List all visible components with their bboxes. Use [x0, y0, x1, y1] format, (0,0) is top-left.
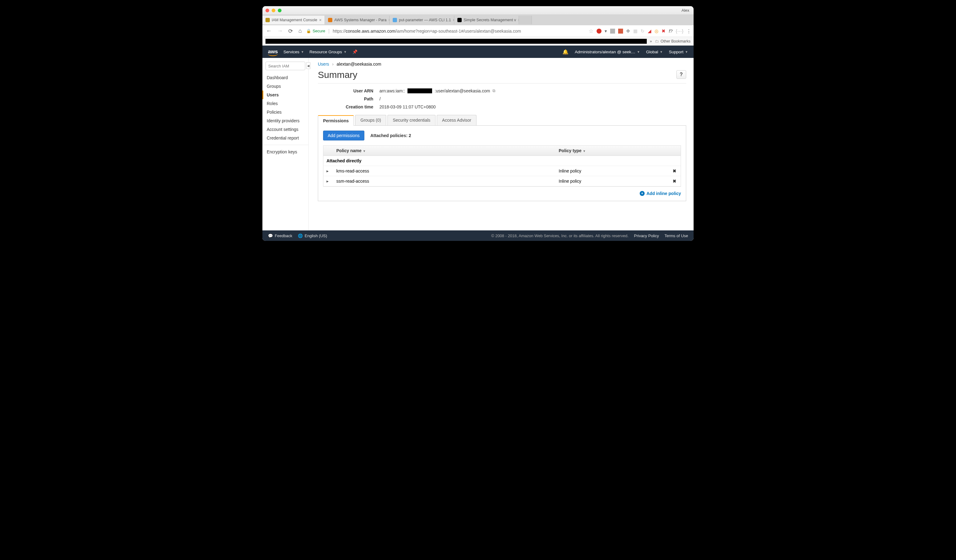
tab-favicon-icon: [458, 18, 462, 22]
ext-icon[interactable]: ✖: [662, 28, 665, 34]
tab-access-advisor[interactable]: Access Advisor: [437, 115, 476, 125]
bookmark-star-icon[interactable]: ☆: [588, 28, 593, 35]
bell-icon[interactable]: 🔔: [562, 49, 569, 55]
sidebar-item-groups[interactable]: Groups: [263, 82, 308, 91]
policy-name[interactable]: kms-read-access: [333, 166, 556, 176]
identity-menu[interactable]: Administrators/alextan @ seek…▼: [575, 50, 640, 54]
browser-menu-icon[interactable]: ⋮: [687, 28, 691, 34]
policies-table: Policy name▼ Policy type▼ Attached direc…: [323, 145, 681, 187]
aws-top-nav: aws Services▼ Resource Groups▼ 📌 🔔 Admin…: [263, 46, 693, 58]
services-menu[interactable]: Services▼: [283, 50, 304, 54]
attached-policies-count: Attached policies: 2: [371, 133, 411, 138]
ext-icon[interactable]: [597, 29, 602, 33]
expand-row-icon[interactable]: ▸: [323, 176, 333, 186]
ext-icon[interactable]: [610, 29, 615, 33]
meta-created-label: Creation time: [318, 104, 379, 109]
tab-permissions[interactable]: Permissions: [318, 115, 354, 126]
ext-icon[interactable]: ▾: [605, 28, 607, 34]
aws-logo[interactable]: aws: [268, 49, 278, 55]
browser-tab[interactable]: IAM Management Console ×: [263, 16, 325, 24]
meta-path-label: Path: [318, 96, 379, 101]
ext-icon[interactable]: ◢: [648, 28, 651, 34]
language-selector[interactable]: 🌐 English (US): [298, 233, 327, 238]
breadcrumb-root[interactable]: Users: [318, 61, 329, 66]
bookmark-overflow-icon[interactable]: »: [650, 39, 652, 43]
copy-icon[interactable]: ⧉: [492, 88, 495, 93]
policy-type: Inline policy: [556, 166, 670, 176]
tab-favicon-icon: [393, 18, 397, 22]
forward-icon[interactable]: →: [276, 27, 284, 35]
sidebar-item-roles[interactable]: Roles: [263, 99, 308, 108]
remove-policy-icon[interactable]: ✖: [670, 176, 681, 186]
meta-path-value: /: [379, 96, 686, 101]
url-text[interactable]: https://console.aws.amazon.com/iam/home?…: [333, 29, 585, 33]
sidebar-item-credential-report[interactable]: Credential report: [263, 134, 308, 142]
back-icon[interactable]: ←: [265, 27, 273, 35]
help-button[interactable]: ?: [676, 70, 686, 79]
sidebar-item-identity-providers[interactable]: Identity providers: [263, 116, 308, 125]
table-row: ▸ kms-read-access Inline policy ✖: [323, 166, 681, 176]
window-close-icon[interactable]: [266, 9, 269, 12]
redacted-account-id: [407, 88, 432, 93]
window-maximize-icon[interactable]: [278, 9, 281, 12]
sort-icon: ▼: [583, 149, 586, 153]
breadcrumb: Users › alextan@seekasia.com: [318, 61, 686, 66]
add-inline-policy-link[interactable]: + Add inline policy: [640, 191, 681, 196]
tab-title: Simple Secrets Management v: [464, 18, 516, 22]
browser-tab[interactable]: put-parameter — AWS CLI 1.1 ×: [390, 16, 454, 24]
terms-of-use-link[interactable]: Terms of Use: [664, 233, 688, 238]
tab-security-credentials[interactable]: Security credentials: [387, 115, 436, 125]
region-menu[interactable]: Global▼: [646, 50, 663, 54]
plus-circle-icon: +: [640, 191, 645, 196]
feedback-link[interactable]: 💬 Feedback: [268, 233, 292, 238]
support-menu[interactable]: Support▼: [669, 50, 688, 54]
window-minimize-icon[interactable]: [272, 9, 275, 12]
ext-icon[interactable]: {⋯}: [676, 28, 684, 34]
ext-icon[interactable]: ▦: [633, 28, 638, 34]
ext-icon[interactable]: ◎: [654, 28, 659, 34]
browser-window: Alex IAM Management Console × AWS System…: [263, 6, 693, 241]
browser-tab-ghost[interactable]: [519, 16, 532, 24]
col-policy-type[interactable]: Policy type▼: [556, 146, 670, 156]
add-permissions-button[interactable]: Add permissions: [323, 131, 364, 140]
browser-tab[interactable]: Simple Secrets Management v ×: [454, 16, 519, 24]
other-bookmarks-folder[interactable]: 🗀 Other Bookmarks: [655, 39, 690, 43]
sidebar-item-users[interactable]: Users: [263, 91, 308, 99]
page-title: Summary: [318, 69, 686, 80]
meta-arn-label: User ARN: [318, 88, 379, 93]
col-policy-name[interactable]: Policy name▼: [333, 146, 556, 156]
ext-icon[interactable]: [618, 29, 623, 33]
secure-label: Secure: [313, 29, 325, 33]
browser-tabs: IAM Management Console × AWS Systems Man…: [263, 15, 693, 25]
mac-titlebar: Alex: [263, 6, 693, 15]
tab-groups[interactable]: Groups (0): [355, 115, 386, 125]
policy-group-header: Attached directly: [323, 156, 681, 166]
remove-policy-icon[interactable]: ✖: [670, 166, 681, 176]
tab-close-icon[interactable]: ×: [319, 17, 322, 22]
expand-row-icon[interactable]: ▸: [323, 166, 333, 176]
sidebar-item-account-settings[interactable]: Account settings: [263, 125, 308, 134]
resource-groups-menu[interactable]: Resource Groups▼: [310, 50, 347, 54]
reload-icon[interactable]: ⟳: [287, 27, 294, 35]
chevron-right-icon: ›: [332, 61, 333, 66]
sidebar-item-encryption-keys[interactable]: Encryption keys: [263, 148, 308, 156]
sort-icon: ▼: [363, 149, 366, 153]
ext-icon[interactable]: f?: [669, 28, 673, 33]
globe-icon: 🌐: [298, 233, 303, 238]
tab-favicon-icon: [266, 18, 270, 22]
ext-icon[interactable]: ↻: [641, 28, 645, 34]
user-meta: User ARN arn:aws:iam:::user/alextan@seek…: [318, 88, 686, 109]
browser-tab[interactable]: AWS Systems Manager - Para ×: [325, 16, 390, 24]
pin-icon[interactable]: 📌: [352, 49, 358, 54]
detail-tabs: Permissions Groups (0) Security credenti…: [318, 115, 686, 126]
home-icon[interactable]: ⌂: [297, 27, 303, 35]
policy-name[interactable]: ssm-read-access: [333, 176, 556, 186]
other-bookmarks-label: Other Bookmarks: [660, 39, 690, 43]
ext-icon[interactable]: ✥: [626, 28, 630, 34]
policy-type: Inline policy: [556, 176, 670, 186]
sidebar-item-dashboard[interactable]: Dashboard: [263, 73, 308, 82]
mac-user-label: Alex: [682, 8, 689, 13]
search-input[interactable]: [266, 61, 305, 70]
sidebar-item-policies[interactable]: Policies: [263, 108, 308, 116]
privacy-policy-link[interactable]: Privacy Policy: [634, 233, 659, 238]
